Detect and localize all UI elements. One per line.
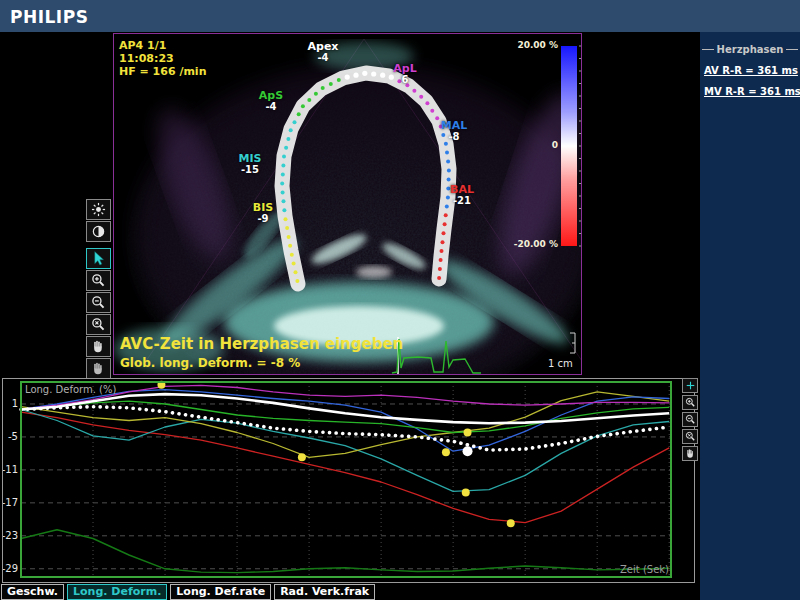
y-tick-label: 1 xyxy=(12,398,18,409)
x-tick-label: 0.18 xyxy=(298,579,320,580)
divider-line xyxy=(702,49,714,50)
segment-name: MIS xyxy=(239,153,262,164)
segment-name: ApS xyxy=(259,90,283,101)
divider-line xyxy=(786,49,798,50)
tab-long-def-rate[interactable]: Long. Def.rate xyxy=(170,584,271,600)
chart-tool-palette xyxy=(682,378,699,463)
pointer-icon[interactable] xyxy=(86,248,111,269)
grab-icon[interactable] xyxy=(86,358,111,379)
x-tick-label: 0.14 xyxy=(226,579,248,580)
zoom-out-icon[interactable] xyxy=(682,412,698,427)
scale-label: 1 cm xyxy=(548,358,573,369)
colorbar-min-label: -20.00 % xyxy=(514,239,558,249)
peak-marker-global[interactable] xyxy=(463,446,473,456)
strain-curve-aps xyxy=(21,401,669,432)
pan-icon[interactable] xyxy=(682,446,698,461)
segment-label-bal: BAL -21 xyxy=(450,184,474,206)
y-tick-label: -29 xyxy=(3,563,18,574)
contrast-icon[interactable] xyxy=(86,221,111,242)
tab-geschw[interactable]: Geschw. xyxy=(1,584,64,600)
segment-label-aps: ApS -4 xyxy=(259,90,283,112)
application-window: PHILIPS Herzphasen AV R-R = 361 ms MV R-… xyxy=(0,0,800,600)
x-tick-label: 0.26 xyxy=(442,579,464,580)
segment-label-mis: MIS -15 xyxy=(239,153,262,175)
zoom-out-icon[interactable] xyxy=(86,292,111,313)
x-axis-label: Zeit (Sek) xyxy=(620,564,669,575)
heart-rate-label: HF = 166 /min xyxy=(119,65,206,78)
segment-name: BIS xyxy=(253,202,273,213)
colorbar-zero-label: 0 xyxy=(552,140,558,150)
y-tick-label: -11 xyxy=(3,464,18,475)
title-bar: PHILIPS xyxy=(0,0,800,32)
segment-label-mal: MAL -8 xyxy=(441,120,467,142)
peak-marker-bis[interactable] xyxy=(298,453,306,461)
ultrasound-image xyxy=(114,34,581,374)
x-tick-label: 0.02 xyxy=(10,579,32,580)
peak-marker-aps[interactable] xyxy=(464,429,472,437)
zoom-reset-icon[interactable] xyxy=(86,314,111,335)
segment-label-apex: Apex -4 xyxy=(308,41,339,63)
x-tick-label: 0.30 xyxy=(514,579,536,580)
segment-strain-value: -4 xyxy=(308,52,339,63)
segment-name: MAL xyxy=(441,120,467,131)
segment-strain-value: -9 xyxy=(253,213,273,224)
trace-mode-tabs: Geschw. Long. Deform. Long. Def.rate Rad… xyxy=(1,584,375,600)
zoom-in-icon[interactable] xyxy=(682,395,698,410)
x-tick-label: 0.06 xyxy=(82,579,104,580)
zoom-reset-icon[interactable] xyxy=(682,429,698,444)
peak-marker-mal[interactable] xyxy=(442,448,450,456)
colorbar-max-label: 20.00 % xyxy=(517,40,558,50)
strain-chart: 1-5-11-17-23-290.020.060.100.140.180.220… xyxy=(3,379,692,580)
segment-strain-value: -21 xyxy=(450,195,474,206)
chart-title: Long. Deform. (%) xyxy=(25,384,116,395)
segment-strain-value: -8 xyxy=(441,131,467,142)
x-tick-label: 0.34 xyxy=(586,579,608,580)
image-tool-palette xyxy=(86,199,111,380)
segment-label-bis: BIS -9 xyxy=(253,202,273,224)
peak-marker-mis[interactable] xyxy=(462,488,470,496)
view-label: AP4 1/1 xyxy=(119,39,166,52)
y-tick-label: -5 xyxy=(8,431,18,442)
mv-rr-link[interactable]: MV R-R = 361 ms xyxy=(704,86,796,97)
tab-long-deform[interactable]: Long. Deform. xyxy=(67,584,167,600)
philips-logo: PHILIPS xyxy=(10,7,88,27)
tab-rad-verk-frak[interactable]: Rad. Verk.frak xyxy=(274,584,375,600)
strain-chart-panel[interactable]: 1-5-11-17-23-290.020.060.100.140.180.220… xyxy=(2,378,695,583)
strain-curve-bal xyxy=(21,412,669,522)
strain-colorbar xyxy=(561,46,577,246)
y-tick-label: -17 xyxy=(3,497,18,508)
time-label: 11:08:23 xyxy=(119,52,174,65)
avc-prompt-message: AVC-Zeit in Herzphasen eingeben xyxy=(120,335,403,353)
segment-name: BAL xyxy=(450,184,474,195)
ultrasound-image-area[interactable]: AP4 1/1 11:08:23 HF = 166 /min Apex -4Ap… xyxy=(113,33,582,375)
x-tick-label: 0.38 xyxy=(658,579,680,580)
segment-strain-value: -15 xyxy=(239,164,262,175)
pan-icon[interactable] xyxy=(86,336,111,357)
segment-name: Apex xyxy=(308,41,339,52)
brightness-icon[interactable] xyxy=(86,199,111,220)
x-tick-label: 0.10 xyxy=(154,579,176,580)
herzphasen-panel: Herzphasen AV R-R = 361 ms MV R-R = 361 … xyxy=(700,32,800,600)
herzphasen-title: Herzphasen xyxy=(714,44,787,55)
ultrasound-speckle xyxy=(114,39,581,374)
segment-label-apl: ApL 6 xyxy=(393,63,416,85)
x-tick-label: 0.22 xyxy=(370,579,392,580)
segment-strain-value: 6 xyxy=(393,74,416,85)
y-tick-label: -23 xyxy=(3,530,18,541)
herzphasen-section-header: Herzphasen xyxy=(702,44,798,55)
segment-strain-value: -4 xyxy=(259,101,283,112)
global-strain-value: Glob. long. Deform. = -8 % xyxy=(120,356,300,370)
peak-marker-bal[interactable] xyxy=(507,519,515,527)
segment-name: ApL xyxy=(393,63,416,74)
av-rr-link[interactable]: AV R-R = 361 ms xyxy=(704,65,796,76)
zoom-in-icon[interactable] xyxy=(86,270,111,291)
crosshair-icon[interactable] xyxy=(682,378,698,393)
